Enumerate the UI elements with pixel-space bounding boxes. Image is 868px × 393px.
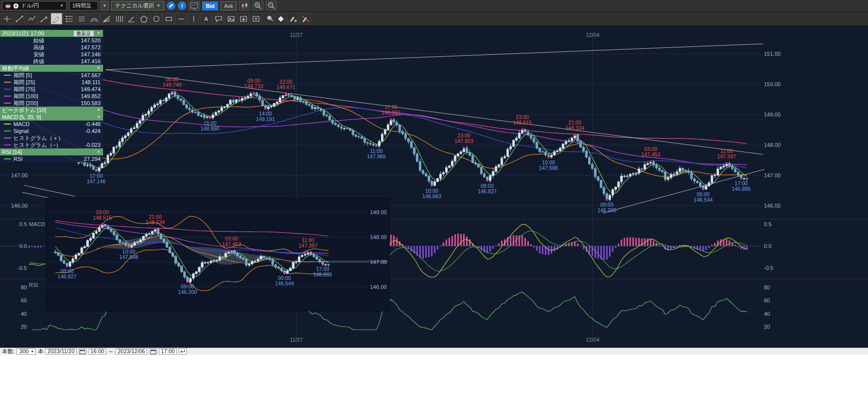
fibonacci-fan-tool[interactable] [101,13,112,24]
text-tool[interactable]: A [200,13,212,24]
zoom-out-button[interactable] [266,1,277,10]
icon-stamp-tool[interactable] [225,13,237,24]
svg-text:149.00: 149.00 [370,209,387,215]
indicator-value-row: 期間 [75]149.474 [0,86,103,93]
bars-count-select[interactable]: 300 ▼ [16,348,36,355]
swatch-spacer [4,40,11,41]
bottom-annotation: 15:00148.890 [201,117,220,131]
display-settings-button[interactable] [189,1,200,10]
technical-select-button[interactable]: テクニカル選択 ▼ [111,1,164,10]
svg-text:80: 80 [764,284,770,290]
svg-text:60: 60 [764,297,770,303]
delete-drawings-tool[interactable] [300,13,311,24]
svg-text:146.200: 146.200 [178,289,197,295]
usd-flag-icon [5,3,11,9]
zoom-in-button[interactable] [252,1,263,10]
svg-text:148.00: 148.00 [370,234,387,240]
svg-text:149.710: 149.710 [245,83,263,89]
svg-text:-0.5: -0.5 [17,265,27,271]
trendline-tool[interactable] [13,13,25,24]
horizontal-lines-tool[interactable] [63,13,75,24]
fibonacci-arc-tool[interactable] [88,13,100,24]
chevron-down-icon: ▼ [156,3,160,8]
bottom-annotation: 11:00147.965 [367,145,386,159]
ray-line-tool-icon [40,15,49,23]
info-button[interactable]: i [178,1,186,10]
close-icon[interactable]: × [96,65,101,72]
ellipse-tool[interactable] [150,13,162,24]
chart-type-button[interactable] [239,1,250,10]
rectangle-tool-icon [164,15,173,23]
row-label: 終値 [13,58,81,65]
trading-app-window: ドル/円 ▼ 1時間足 ▼ テクニカル選択 ▼ i [0,0,868,393]
pentagon-tool[interactable] [138,13,149,24]
svg-text:151.00: 151.00 [764,51,781,57]
horizontal-line-tool[interactable] [175,13,187,24]
svg-text:147.598: 147.598 [120,254,138,260]
svg-text:0.0: 0.0 [764,243,771,249]
timeframe-select[interactable]: 1時間足 [69,1,98,10]
svg-text:147.453: 147.453 [222,241,241,247]
vertical-line-tool[interactable] [188,13,199,24]
jpy-flag-icon [13,3,19,9]
gann-angle-tool[interactable] [125,13,137,24]
svg-text:149.749: 149.749 [163,82,182,88]
bottom-annotation: 00:00146.544 [275,272,294,286]
svg-text:0.5: 0.5 [764,221,771,227]
close-icon[interactable]: × [96,30,101,37]
bottom-annotation: 08:00146.827 [58,265,77,279]
from-date-calendar-button[interactable] [79,348,87,355]
svg-text:0.5: 0.5 [19,221,27,227]
svg-text:146.663: 146.663 [422,193,441,199]
adjust-tool[interactable] [262,13,274,24]
draw-mode-button[interactable] [167,1,175,10]
indicator-value-row: 始値147.520 [0,37,103,44]
row-label: ヒストグラム（＋） [13,134,101,141]
latest-bar-button[interactable]: 最新足 [74,31,94,36]
eraser-tool[interactable] [275,13,286,24]
pencil-icon [168,3,174,8]
inset-chart-window[interactable]: 149.00148.00147.00146.0008:00146.82723:0… [46,198,389,311]
chevron-down-icon: ▼ [103,3,107,8]
rectangle-tool[interactable] [163,13,174,24]
crosshair-tool[interactable] [1,13,12,24]
callout-tool[interactable] [213,13,224,24]
peak-bottom-header: ピークボトム [10]× [0,107,103,114]
bid-toggle[interactable]: Bid [202,1,218,10]
timeframe-dropdown-button[interactable]: ▼ [101,1,109,10]
peak-annotation: 21:00148.334 [146,214,165,230]
from-date-input[interactable]: 2023/11/20 [45,348,76,355]
from-time-input[interactable]: 16:00 [89,348,107,355]
vertical-lines-tool[interactable] [113,13,124,24]
capture-tool[interactable] [250,13,261,24]
peak-annotation: 23:00148.515 [93,209,112,225]
svg-text:148.515: 148.515 [513,120,532,126]
apply-range-button[interactable] [179,348,187,355]
indicator-value-row: 期間 [200]150.583 [0,100,103,107]
close-icon[interactable]: × [96,114,101,121]
indicator-value-row: 期間 [25]148.111 [0,79,103,86]
svg-text:MACD: MACD [29,221,45,227]
svg-text:148.890: 148.890 [201,126,220,131]
ray-line-tool[interactable] [38,13,50,24]
panel-datetime-header-title: 2023/11/21 17:00 [2,30,74,37]
close-icon[interactable]: × [96,148,101,155]
freehand-pencil-tool[interactable] [51,13,62,24]
to-time-input[interactable]: 17:00 [159,348,177,355]
to-date-calendar-button[interactable] [149,348,157,355]
svg-text:146.895: 146.895 [732,186,750,192]
svg-text:40: 40 [21,311,27,317]
timeframe-label: 1時間足 [72,2,92,9]
svg-text:146.827: 146.827 [58,273,77,279]
ask-toggle[interactable]: Ask [221,1,237,10]
currency-pair-select[interactable]: ドル/円 ▼ [2,1,67,10]
row-value: -0.023 [85,141,101,148]
parallel-lines-tool[interactable] [76,13,87,24]
currency-pair-label: ドル/円 [21,2,39,9]
close-icon[interactable]: × [96,107,101,114]
image-stamp-tool[interactable] [238,13,249,24]
to-date-input[interactable]: 2023/12/06 [116,348,147,355]
polyline-tool[interactable] [26,13,37,24]
row-value: 147.567 [81,72,101,79]
edit-settings-tool[interactable] [287,13,299,24]
